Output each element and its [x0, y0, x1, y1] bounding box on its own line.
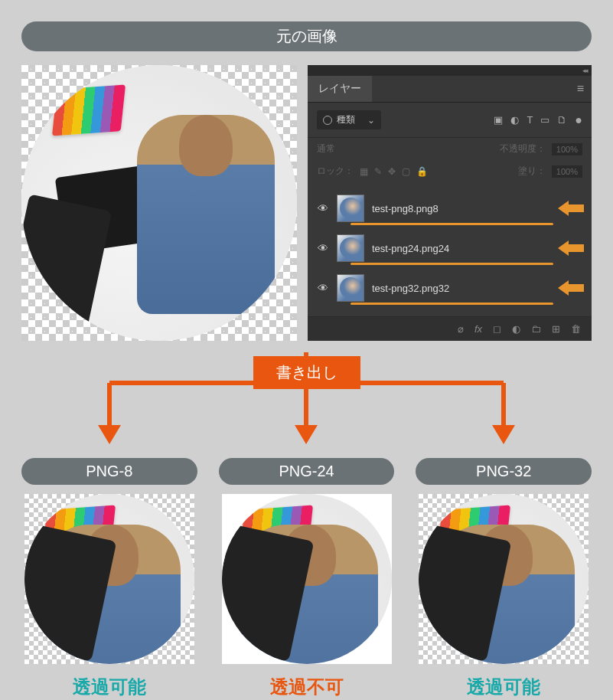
lock-label: ロック：	[317, 165, 354, 178]
new-layer-icon[interactable]: ⊞	[552, 323, 560, 335]
layers-panel: ◂◂ レイヤー ≡ 種類 ▣ ◐ T ▭ 🗋 ● 通常 不透明度： 100% ロ…	[308, 65, 592, 341]
fill-value[interactable]: 100%	[552, 165, 582, 178]
blend-mode-select[interactable]: 通常	[317, 142, 494, 155]
type-icon[interactable]: T	[527, 114, 533, 126]
format-col-png32: PNG-32 透過可能	[416, 458, 592, 699]
callout-arrow-icon	[558, 239, 584, 257]
trash-icon[interactable]: 🗑	[571, 323, 581, 335]
image-icon[interactable]: ▣	[494, 114, 503, 126]
layer-row[interactable]: 👁 test-png8.png8	[308, 188, 592, 228]
adjustment-layer-icon[interactable]: ◐	[512, 323, 520, 335]
link-icon[interactable]: ⌀	[458, 323, 464, 335]
svg-marker-5	[492, 425, 515, 444]
callout-underline	[351, 223, 553, 225]
layer-filter-select[interactable]: 種類	[317, 110, 381, 129]
svg-marker-3	[98, 425, 121, 444]
adjustment-icon[interactable]: ◐	[510, 114, 519, 126]
format-image-png24	[222, 494, 392, 664]
group-icon[interactable]: 🗀	[531, 323, 541, 335]
svg-marker-0	[558, 201, 584, 216]
original-image	[21, 65, 297, 341]
photo-circle	[21, 65, 297, 341]
format-pill: PNG-24	[219, 458, 395, 485]
lock-all-icon[interactable]: 🔒	[416, 166, 428, 177]
layer-list: 👁 test-png8.png8 👁 test-png24.png24 👁	[308, 182, 592, 316]
fx-icon[interactable]: fx	[474, 323, 482, 335]
lock-artboard-icon[interactable]: ▢	[402, 166, 410, 177]
photo-illustration	[21, 65, 297, 341]
format-col-png8: PNG-8 透過可能	[21, 458, 197, 699]
smartobj-icon[interactable]: 🗋	[557, 114, 567, 126]
visibility-icon[interactable]: 👁	[317, 282, 329, 294]
collapse-icon: ◂◂	[582, 67, 587, 74]
callout-arrow-icon	[558, 279, 584, 297]
mask-icon[interactable]: ◻	[493, 323, 501, 335]
format-pill: PNG-8	[21, 458, 197, 485]
fill-label: 塗り：	[518, 165, 546, 178]
layer-name[interactable]: test-png32.png32	[372, 283, 582, 294]
opacity-label: 不透明度：	[500, 142, 546, 155]
visibility-icon[interactable]: 👁	[317, 242, 329, 254]
layer-thumbnail	[337, 234, 364, 262]
layer-name[interactable]: test-png24.png24	[372, 243, 582, 254]
shape-icon[interactable]: ▭	[540, 114, 549, 126]
format-caption: 透過可能	[467, 675, 540, 699]
formats-row: PNG-8 透過可能 PNG-24 透過不可 PNG-32 透過可能	[21, 458, 592, 699]
panel-menu-icon[interactable]: ≡	[569, 82, 592, 96]
svg-marker-1	[558, 240, 584, 256]
filter-toggle-icon[interactable]: ●	[575, 113, 582, 127]
svg-marker-2	[558, 280, 584, 296]
title-pill: 元の画像	[21, 21, 592, 51]
layer-thumbnail	[337, 195, 364, 222]
layer-row[interactable]: 👁 test-png32.png32	[308, 268, 592, 308]
layer-name[interactable]: test-png8.png8	[372, 203, 582, 214]
format-col-png24: PNG-24 透過不可	[219, 458, 395, 699]
layer-row[interactable]: 👁 test-png24.png24	[308, 228, 592, 268]
panel-collapse-bar[interactable]: ◂◂	[308, 65, 592, 76]
export-label: 書き出し	[253, 356, 360, 389]
callout-underline	[351, 303, 553, 305]
panel-tab-layers[interactable]: レイヤー	[308, 76, 372, 102]
layer-thumbnail	[337, 274, 364, 302]
opacity-value[interactable]: 100%	[552, 143, 582, 155]
lock-position-icon[interactable]: ✥	[388, 166, 396, 177]
format-image-png8	[24, 494, 194, 664]
format-pill: PNG-32	[416, 458, 592, 485]
format-caption: 透過可能	[73, 675, 146, 699]
callout-arrow-icon	[558, 199, 584, 218]
format-image-png32	[419, 494, 589, 664]
callout-underline	[351, 263, 553, 265]
format-caption: 透過不可	[270, 675, 344, 699]
lock-pixels-icon[interactable]: ▦	[360, 166, 368, 177]
top-row: ◂◂ レイヤー ≡ 種類 ▣ ◐ T ▭ 🗋 ● 通常 不透明度： 100% ロ…	[21, 65, 592, 341]
svg-marker-4	[295, 425, 318, 444]
lock-brush-icon[interactable]: ✎	[374, 166, 382, 177]
visibility-icon[interactable]: 👁	[317, 202, 329, 214]
